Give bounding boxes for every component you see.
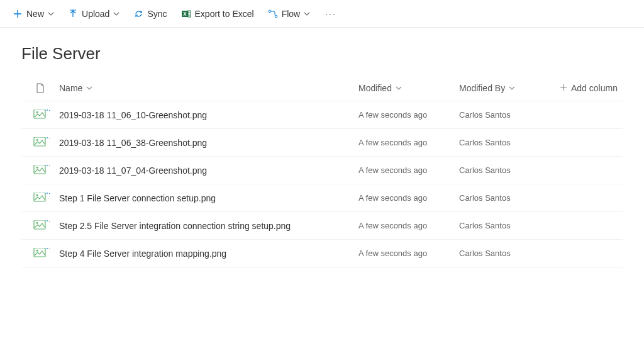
modified-cell: A few seconds ago bbox=[358, 193, 459, 203]
upload-button[interactable]: Upload bbox=[63, 6, 125, 21]
document-list: Name Modified Modified By bbox=[0, 75, 644, 267]
file-type-cell bbox=[21, 193, 59, 204]
more-actions-button[interactable]: ··· bbox=[319, 6, 343, 21]
file-type-cell bbox=[21, 248, 59, 259]
modified-cell: A few seconds ago bbox=[358, 110, 459, 120]
chevron-down-icon bbox=[113, 11, 119, 17]
chevron-down-icon bbox=[304, 11, 310, 17]
new-button[interactable]: New bbox=[8, 6, 59, 21]
column-modified-by-label: Modified By bbox=[459, 83, 505, 93]
list-row[interactable]: 2019-03-18 11_06_10-Greenshot.png A few … bbox=[21, 101, 623, 129]
file-name-text[interactable]: 2019-03-18 11_06_38-Greenshot.png bbox=[59, 138, 207, 148]
modified-by-cell: Carlos Santos bbox=[459, 138, 560, 147]
new-label: New bbox=[26, 9, 44, 19]
column-name-label: Name bbox=[59, 83, 82, 93]
file-name-cell: Step 4 File Server integration mapping.p… bbox=[59, 249, 358, 259]
list-row[interactable]: 2019-03-18 11_07_04-Greenshot.png A few … bbox=[21, 157, 623, 184]
list-header-row: Name Modified Modified By bbox=[21, 75, 623, 101]
new-indicator-icon bbox=[44, 137, 50, 139]
sync-button[interactable]: Sync bbox=[128, 6, 172, 21]
file-name-text[interactable]: 2019-03-18 11_06_10-Greenshot.png bbox=[59, 110, 207, 120]
file-type-cell bbox=[21, 137, 59, 148]
chevron-down-icon bbox=[509, 83, 515, 93]
svg-point-5 bbox=[36, 111, 38, 113]
sync-label: Sync bbox=[147, 9, 167, 19]
list-row[interactable]: Step 1 File Server connection setup.png … bbox=[21, 184, 623, 212]
svg-point-7 bbox=[36, 139, 38, 141]
upload-label: Upload bbox=[82, 9, 109, 19]
modified-by-cell: Carlos Santos bbox=[459, 193, 560, 203]
file-name-cell: 2019-03-18 11_06_38-Greenshot.png bbox=[59, 138, 358, 148]
file-name-text[interactable]: Step 1 File Server connection setup.png bbox=[59, 193, 216, 203]
new-indicator-icon bbox=[44, 248, 50, 250]
excel-icon bbox=[181, 9, 191, 19]
file-name-cell: Step 1 File Server connection setup.png bbox=[59, 193, 358, 203]
file-type-cell bbox=[21, 109, 59, 121]
column-modified-label: Modified bbox=[358, 83, 392, 93]
document-type-icon bbox=[35, 82, 46, 94]
svg-point-3 bbox=[275, 15, 277, 18]
new-indicator-icon bbox=[44, 193, 50, 194]
file-name-cell: Step 2.5 File Server integration connect… bbox=[59, 221, 358, 231]
chevron-down-icon bbox=[48, 11, 54, 17]
file-name-text[interactable]: Step 4 File Server integration mapping.p… bbox=[59, 249, 226, 259]
svg-point-9 bbox=[36, 167, 38, 169]
page-title: File Server bbox=[0, 28, 644, 75]
upload-icon bbox=[68, 9, 78, 19]
plus-icon bbox=[560, 83, 567, 93]
export-excel-button[interactable]: Export to Excel bbox=[176, 6, 259, 21]
modified-by-cell: Carlos Santos bbox=[459, 165, 560, 175]
add-column-button[interactable]: Add column bbox=[560, 83, 623, 93]
add-column-label: Add column bbox=[571, 83, 618, 93]
chevron-down-icon bbox=[86, 83, 92, 93]
svg-point-11 bbox=[36, 194, 38, 196]
svg-rect-1 bbox=[188, 11, 191, 17]
svg-point-13 bbox=[36, 222, 38, 224]
modified-by-cell: Carlos Santos bbox=[459, 221, 560, 230]
column-header-modified[interactable]: Modified bbox=[358, 83, 459, 93]
file-type-cell bbox=[21, 165, 59, 176]
modified-by-cell: Carlos Santos bbox=[459, 249, 560, 258]
svg-point-2 bbox=[269, 10, 271, 13]
new-indicator-icon bbox=[44, 109, 50, 111]
new-indicator-icon bbox=[44, 165, 50, 167]
modified-by-cell: Carlos Santos bbox=[459, 110, 560, 120]
column-header-modified-by[interactable]: Modified By bbox=[459, 83, 560, 93]
file-name-cell: 2019-03-18 11_06_10-Greenshot.png bbox=[59, 110, 358, 120]
file-name-cell: 2019-03-18 11_07_04-Greenshot.png bbox=[59, 165, 358, 176]
list-row[interactable]: Step 2.5 File Server integration connect… bbox=[21, 212, 623, 240]
new-indicator-icon bbox=[44, 220, 50, 222]
sync-icon bbox=[133, 9, 143, 19]
file-type-cell bbox=[21, 220, 59, 232]
modified-cell: A few seconds ago bbox=[358, 138, 459, 147]
flow-label: Flow bbox=[282, 9, 301, 19]
svg-point-15 bbox=[36, 250, 38, 252]
modified-cell: A few seconds ago bbox=[358, 165, 459, 175]
file-name-text[interactable]: Step 2.5 File Server integration connect… bbox=[59, 221, 291, 231]
modified-cell: A few seconds ago bbox=[358, 221, 459, 230]
plus-icon bbox=[13, 9, 23, 19]
file-name-text[interactable]: 2019-03-18 11_07_04-Greenshot.png bbox=[59, 165, 207, 176]
modified-cell: A few seconds ago bbox=[358, 249, 459, 258]
export-excel-label: Export to Excel bbox=[195, 9, 254, 19]
flow-icon bbox=[268, 9, 278, 19]
chevron-down-icon bbox=[396, 83, 402, 93]
command-bar: New Upload Sync Export to Excel Flow bbox=[0, 0, 644, 28]
column-header-name[interactable]: Name bbox=[59, 83, 358, 93]
column-header-type[interactable] bbox=[21, 82, 59, 94]
list-row[interactable]: 2019-03-18 11_06_38-Greenshot.png A few … bbox=[21, 129, 623, 157]
flow-button[interactable]: Flow bbox=[263, 6, 316, 21]
list-row[interactable]: Step 4 File Server integration mapping.p… bbox=[21, 240, 623, 267]
